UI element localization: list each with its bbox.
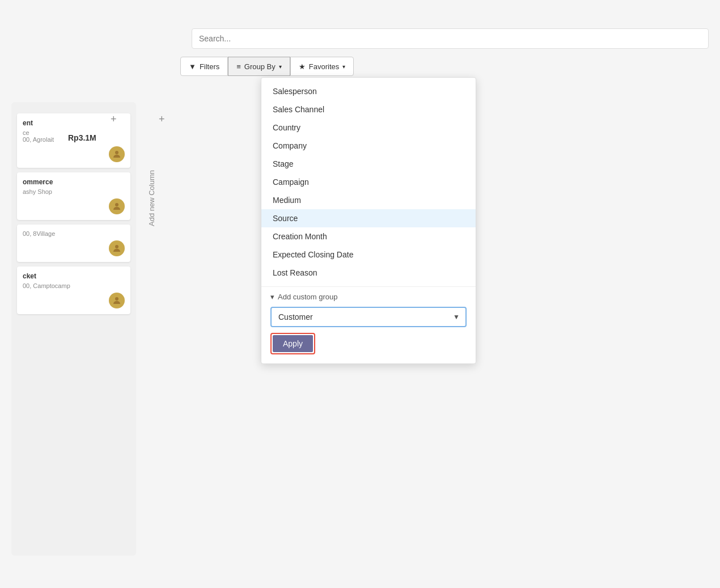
lost-reason-label: Lost Reason [273, 268, 317, 277]
groupby-item-stage[interactable]: Stage [261, 155, 476, 173]
apply-button[interactable]: Apply [273, 335, 313, 352]
favorites-label: Favorites [309, 62, 339, 71]
salesperson-label: Salesperson [273, 87, 317, 96]
svg-point-0 [115, 151, 118, 154]
groupby-item-campaign[interactable]: Campaign [261, 173, 476, 191]
stage-label: Stage [273, 159, 294, 168]
groupby-icon: ≡ [236, 62, 241, 71]
svg-point-1 [115, 203, 118, 206]
card-sub-2: ashy Shop [23, 188, 125, 195]
card-title-2: ommerce [23, 178, 125, 186]
filters-label: Filters [200, 62, 219, 71]
groupby-item-expected-closing-date[interactable]: Expected Closing Date [261, 246, 476, 264]
country-label: Country [273, 123, 300, 132]
custom-group-label: Add custom group [278, 293, 338, 301]
toolbar: ▼ Filters ≡ Group By ▾ ★ Favorites ▾ [180, 57, 354, 76]
custom-group-select[interactable]: Customer Salesperson Country Company Sta… [272, 308, 453, 326]
avatar-4 [109, 293, 125, 308]
add-column-plus-icon[interactable]: + [159, 113, 165, 125]
apply-btn-wrapper: Apply [270, 333, 467, 354]
avatar-1 [109, 146, 125, 162]
card-title-1: ent [23, 119, 125, 127]
campaign-label: Campaign [273, 177, 309, 187]
medium-label: Medium [273, 196, 301, 205]
star-icon: ★ [299, 62, 306, 71]
filters-button[interactable]: ▼ Filters [180, 57, 228, 76]
avatar-2 [109, 198, 125, 214]
search-input[interactable] [199, 34, 701, 43]
favorites-button[interactable]: ★ Favorites ▾ [290, 57, 354, 76]
svg-point-3 [115, 297, 118, 301]
kanban-card-2[interactable]: ommerce ashy Shop [17, 172, 130, 220]
avatar-3 [109, 240, 125, 256]
filter-icon: ▼ [189, 62, 196, 71]
select-dropdown-icon: ▼ [453, 313, 465, 321]
groupby-item-lost-reason[interactable]: Lost Reason [261, 264, 476, 282]
company-label: Company [273, 141, 307, 150]
groupby-item-sales-channel[interactable]: Sales Channel [261, 100, 476, 119]
custom-group-toggle-icon: ▾ [270, 293, 274, 301]
card-detail-3: 00, 8Village [23, 230, 125, 237]
groupby-item-medium[interactable]: Medium [261, 191, 476, 209]
source-label: Source [273, 214, 298, 223]
groupby-item-source[interactable]: Source [261, 209, 476, 227]
search-input-wrapper[interactable] [192, 28, 709, 49]
dropdown-items-list: Salesperson Sales Channel Country Compan… [261, 78, 476, 286]
kanban-card-3[interactable]: 00, 8Village [17, 225, 130, 262]
groupby-button[interactable]: ≡ Group By ▾ [228, 57, 290, 76]
creation-month-label: Creation Month [273, 232, 327, 241]
groupby-dropdown: Salesperson Sales Channel Country Compan… [261, 77, 476, 364]
svg-point-2 [115, 245, 118, 248]
sales-channel-label: Sales Channel [273, 105, 324, 114]
custom-group-section: ▾ Add custom group Customer Salesperson … [261, 286, 476, 363]
custom-group-select-wrapper: Customer Salesperson Country Company Sta… [270, 307, 467, 327]
custom-group-header[interactable]: ▾ Add custom group [270, 293, 467, 301]
groupby-item-creation-month[interactable]: Creation Month [261, 227, 476, 246]
kanban-area: ent ce 00, Agrolait ommerce ashy Shop 00… [0, 102, 147, 556]
card-title-4: cket [23, 272, 125, 280]
add-column-label[interactable]: Add new Column [147, 170, 156, 226]
groupby-arrow-icon: ▾ [279, 64, 282, 70]
expected-closing-date-label: Expected Closing Date [273, 250, 353, 259]
groupby-item-country[interactable]: Country [261, 119, 476, 137]
favorites-arrow-icon: ▾ [342, 64, 345, 70]
card-detail-4: 00, Camptocamp [23, 282, 125, 289]
kanban-card-4[interactable]: cket 00, Camptocamp [17, 266, 130, 314]
groupby-item-company[interactable]: Company [261, 137, 476, 155]
column-amount-display: Rp3.1M [68, 133, 96, 142]
groupby-label: Group By [244, 62, 276, 71]
search-bar-area [180, 28, 720, 49]
apply-btn-outer-border: Apply [270, 333, 315, 354]
kanban-column-1: ent ce 00, Agrolait ommerce ashy Shop 00… [11, 102, 136, 556]
add-card-icon[interactable]: + [111, 113, 117, 125]
groupby-item-salesperson[interactable]: Salesperson [261, 82, 476, 100]
